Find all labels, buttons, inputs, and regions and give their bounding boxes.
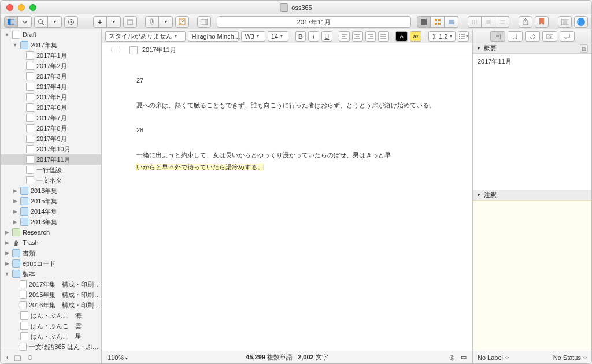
split-v-button[interactable] xyxy=(495,16,509,28)
view-outline-button[interactable] xyxy=(445,16,458,28)
binder-item[interactable]: はん・ぶんこ 星 xyxy=(1,331,101,341)
text-color-button[interactable]: A xyxy=(395,31,407,42)
align-center-button[interactable] xyxy=(352,31,363,42)
binder-year-2015[interactable]: ▶2015年集 xyxy=(1,196,101,206)
maximize-icon[interactable] xyxy=(29,4,36,11)
binder-month[interactable]: 2017年4月 xyxy=(1,81,101,92)
binder-item[interactable]: はん・ぶんこ 雲 xyxy=(1,321,101,331)
binder-month[interactable]: 2017年3月 xyxy=(1,71,101,81)
binder-research[interactable]: ▶Research xyxy=(1,227,101,237)
binder-item[interactable]: 一文物語365 はん・ぶんこ… xyxy=(1,341,101,351)
binder-item[interactable]: 2016年集 構成・印刷製本… xyxy=(1,300,101,310)
fullscreen-button[interactable] xyxy=(558,16,572,28)
disclosure-closed-icon[interactable]: ▶ xyxy=(4,240,10,246)
list-button[interactable]: ▾ xyxy=(458,31,469,42)
add-folder-button[interactable]: + xyxy=(14,355,21,361)
binder-year-2014[interactable]: ▶2014年集 xyxy=(1,206,101,217)
tab-metadata[interactable] xyxy=(525,31,540,42)
weight-select[interactable]: W3▾ xyxy=(241,31,265,42)
size-select[interactable]: 14▾ xyxy=(268,31,288,42)
binder-item[interactable]: 2017年集 構成・印刷製本… xyxy=(1,279,101,289)
align-left-button[interactable] xyxy=(339,31,350,42)
trash-button[interactable] xyxy=(123,16,137,28)
italic-button[interactable]: I xyxy=(308,31,319,42)
align-justify-button[interactable] xyxy=(378,31,389,42)
binder-month[interactable]: 2017年2月 xyxy=(1,61,101,71)
attach-button[interactable] xyxy=(145,16,159,28)
tab-bookmarks[interactable] xyxy=(508,31,523,42)
quickref-button[interactable] xyxy=(197,16,211,28)
search-button[interactable] xyxy=(34,16,48,28)
summary-header[interactable]: ▼ 概要 ▨ xyxy=(473,43,591,54)
bold-button[interactable]: B xyxy=(295,31,306,42)
action-button[interactable] xyxy=(27,354,34,361)
binder-month[interactable]: 2017年7月 xyxy=(1,113,101,123)
binder-trash[interactable]: ▶🗑Trash xyxy=(1,237,101,248)
binder-year-2013[interactable]: ▶2013年集 xyxy=(1,217,101,227)
style-select[interactable]: スタイルがありません▾ xyxy=(105,31,186,42)
binder-tree[interactable]: ▼Draft ▼2017年集 2017年1月 2017年2月 2017年3月 2… xyxy=(1,29,101,351)
share-button[interactable] xyxy=(519,16,532,28)
compose-button[interactable] xyxy=(175,16,189,28)
binder-draft[interactable]: ▼Draft xyxy=(1,29,101,40)
split-h-button[interactable] xyxy=(482,16,495,28)
collections-button[interactable] xyxy=(18,16,32,28)
toolbar-search-field[interactable]: 2017年11月 xyxy=(217,16,411,28)
word-count[interactable]: 45,299 複数単語 2,002 文字 xyxy=(246,353,328,362)
editor-content[interactable]: 27 夏への扉は、熱くて触ることもできず、誰も向こうに行った者はおらず、とうとう… xyxy=(102,57,472,351)
nav-forward-button[interactable]: 〉 xyxy=(118,45,125,55)
binder-item[interactable]: はん・ぶんこ 海 xyxy=(1,310,101,321)
tab-snapshots[interactable] xyxy=(542,31,557,42)
disclosure-open-icon[interactable]: ▼ xyxy=(12,42,18,48)
settings-button[interactable] xyxy=(64,16,78,28)
highlight-color-button[interactable]: a▾ xyxy=(410,31,421,42)
disclosure-closed-icon[interactable]: ▶ xyxy=(4,229,10,235)
disclosure-closed-icon[interactable]: ▶ xyxy=(4,250,10,256)
binder-month[interactable]: 2017年5月 xyxy=(1,92,101,102)
disclosure-open-icon[interactable]: ▼ xyxy=(4,271,10,277)
inspector-toggle-button[interactable]: i xyxy=(574,16,588,28)
binder-month-selected[interactable]: 2017年11月 xyxy=(1,154,101,165)
split-none-button[interactable] xyxy=(468,16,482,28)
status-select[interactable]: No Status◇ xyxy=(553,354,587,361)
tab-notes[interactable] xyxy=(490,31,505,42)
binder-item[interactable]: 2015年集 構成・印刷製本… xyxy=(1,289,101,300)
disclosure-closed-icon[interactable]: ▶ xyxy=(12,219,18,225)
binder-item[interactable]: 一行怪談 xyxy=(1,165,101,175)
tab-comments[interactable] xyxy=(560,31,575,42)
binder-shorui[interactable]: ▶書類 xyxy=(1,248,101,258)
search-menu-button[interactable]: ▾ xyxy=(48,16,62,28)
binder-month[interactable]: 2017年8月 xyxy=(1,123,101,133)
disclosure-closed-icon[interactable]: ▶ xyxy=(12,188,18,194)
add-menu-button[interactable]: ▾ xyxy=(107,16,121,28)
binder-item[interactable]: 一文ネタ xyxy=(1,175,101,185)
binder-seihon[interactable]: ▼製本 xyxy=(1,269,101,279)
line-spacing-select[interactable]: 1.2▾ xyxy=(428,31,456,42)
font-select[interactable]: Hiragino Minch…▾ xyxy=(188,31,239,42)
split-toggle-button[interactable]: ▭ xyxy=(461,354,467,361)
align-right-button[interactable] xyxy=(365,31,376,42)
add-button[interactable]: + xyxy=(93,16,107,28)
binder-epub[interactable]: ▶epupコード xyxy=(1,258,101,269)
attach-menu-button[interactable]: ▾ xyxy=(159,16,173,28)
underline-button[interactable]: U xyxy=(321,31,332,42)
image-placeholder-icon[interactable]: ▨ xyxy=(580,44,588,53)
target-button[interactable]: ◎ xyxy=(449,354,455,361)
binder-month[interactable]: 2017年1月 xyxy=(1,50,101,61)
nav-back-button[interactable]: 〈 xyxy=(106,45,113,55)
view-corkboard-button[interactable] xyxy=(431,16,445,28)
binder-month[interactable]: 2017年6月 xyxy=(1,102,101,113)
disclosure-closed-icon[interactable]: ▶ xyxy=(4,261,10,266)
summary-title-field[interactable]: 2017年11月 xyxy=(473,54,591,69)
close-icon[interactable] xyxy=(6,4,13,11)
binder-month[interactable]: 2017年9月 xyxy=(1,133,101,144)
disclosure-closed-icon[interactable]: ▶ xyxy=(12,209,18,214)
notes-field[interactable] xyxy=(473,200,591,351)
disclosure-closed-icon[interactable]: ▶ xyxy=(12,198,18,204)
add-item-button[interactable]: + xyxy=(5,354,9,361)
synopsis-field[interactable] xyxy=(473,69,591,190)
minimize-icon[interactable] xyxy=(18,4,25,11)
bookmark-button[interactable] xyxy=(535,16,549,28)
binder-toggle-button[interactable] xyxy=(4,16,18,28)
label-select[interactable]: No Label◇ xyxy=(478,354,509,361)
